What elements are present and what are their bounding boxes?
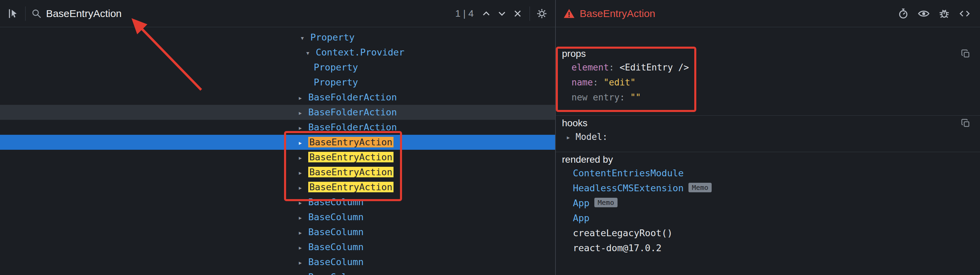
collapsed-arrow-icon[interactable]: ▸ bbox=[298, 150, 308, 165]
component-name[interactable]: Property bbox=[314, 77, 358, 87]
prop-value: <EditEntry /> bbox=[620, 62, 689, 73]
tree-row[interactable]: Property bbox=[0, 60, 555, 75]
tree-row[interactable]: ▸BaseEntryAction bbox=[0, 180, 555, 195]
tree-row[interactable]: ▸BaseColumn bbox=[0, 195, 555, 210]
prop-entry[interactable]: name: "edit" bbox=[556, 75, 980, 90]
collapsed-arrow-icon[interactable]: ▸ bbox=[298, 270, 308, 275]
component-name[interactable]: BaseColumn bbox=[308, 257, 364, 267]
search-input[interactable] bbox=[43, 8, 452, 19]
component-name[interactable]: BaseFolderAction bbox=[308, 122, 397, 133]
settings-button[interactable] bbox=[534, 6, 550, 21]
inspect-dom-button[interactable] bbox=[916, 6, 932, 21]
copy-icon bbox=[961, 118, 971, 128]
collapsed-arrow-icon[interactable]: ▸ bbox=[298, 90, 308, 106]
component-name[interactable]: BaseColumn bbox=[308, 242, 364, 252]
log-component-button[interactable] bbox=[936, 6, 952, 21]
component-name[interactable]: BaseEntryAction bbox=[308, 137, 393, 147]
owner-link[interactable]: App bbox=[573, 198, 590, 208]
search-icon bbox=[30, 6, 43, 21]
bug-icon bbox=[939, 8, 950, 19]
component-name[interactable]: BaseEntryAction bbox=[308, 167, 393, 177]
hooks-section-title: hooks bbox=[562, 117, 980, 129]
tree-row[interactable]: ▸BaseColumn bbox=[0, 240, 555, 254]
component-name[interactable]: BaseColumn bbox=[308, 272, 364, 275]
collapsed-arrow-icon[interactable]: ▸ bbox=[298, 255, 308, 270]
tree-row[interactable]: ▾Property bbox=[0, 30, 555, 45]
tree-row[interactable]: ▸BaseColumn bbox=[0, 254, 555, 270]
tree-row[interactable]: ▸BaseEntryAction bbox=[0, 150, 555, 165]
search-result-count: 1 | 4 bbox=[455, 8, 474, 19]
collapsed-arrow-icon[interactable]: ▸ bbox=[298, 195, 308, 210]
component-name[interactable]: Property bbox=[310, 32, 355, 43]
memo-badge: Memo bbox=[689, 183, 712, 192]
collapsed-arrow-icon[interactable]: ▸ bbox=[298, 165, 308, 180]
props-section: props element: <EditEntry />name: "edit"… bbox=[556, 27, 980, 116]
props-section-title: props bbox=[562, 47, 980, 60]
component-name[interactable]: BaseEntryAction bbox=[308, 182, 393, 192]
owner-link[interactable]: HeadlessCMSExtension bbox=[573, 183, 684, 193]
next-match-button[interactable] bbox=[494, 6, 510, 21]
prop-value: "" bbox=[630, 92, 641, 103]
collapsed-arrow-icon[interactable]: ▸ bbox=[566, 130, 576, 145]
view-source-button[interactable] bbox=[957, 6, 972, 21]
rendered-by-item: createLegacyRoot() bbox=[556, 226, 980, 241]
error-triangle-icon bbox=[563, 8, 575, 19]
component-name[interactable]: Property bbox=[314, 62, 358, 73]
collapsed-arrow-icon[interactable]: ▸ bbox=[298, 106, 308, 120]
collapsed-arrow-icon[interactable]: ▸ bbox=[298, 225, 308, 240]
component-name[interactable]: Context.Provider bbox=[316, 47, 404, 57]
tree-row[interactable]: ▸BaseEntryAction bbox=[0, 135, 555, 150]
clear-search-button[interactable] bbox=[510, 6, 525, 21]
prop-entry[interactable]: element: <EditEntry /> bbox=[556, 60, 980, 75]
copy-hooks-button[interactable] bbox=[959, 116, 972, 130]
copy-icon bbox=[961, 49, 971, 59]
component-name[interactable]: BaseFolderAction bbox=[308, 107, 397, 117]
tree-row[interactable]: ▸BaseColumn bbox=[0, 210, 555, 224]
tree-row[interactable]: ▾Context.Provider bbox=[0, 45, 555, 60]
component-name[interactable]: BaseFolderAction bbox=[308, 92, 397, 103]
prop-entry[interactable]: new entry: "" bbox=[556, 90, 980, 105]
hook-entry[interactable]: ▸Model: bbox=[556, 129, 980, 144]
colon: : bbox=[609, 62, 620, 73]
eye-icon bbox=[918, 8, 930, 20]
collapsed-arrow-icon[interactable]: ▸ bbox=[298, 120, 308, 136]
code-brackets-icon bbox=[959, 8, 971, 20]
collapsed-arrow-icon[interactable]: ▸ bbox=[298, 210, 308, 225]
details-header: BaseEntryAction bbox=[556, 0, 980, 27]
copy-props-button[interactable] bbox=[959, 47, 972, 60]
component-name[interactable]: BaseEntryAction bbox=[308, 152, 393, 162]
owner-link[interactable]: ContentEntriesModule bbox=[573, 168, 684, 179]
owner-text: createLegacyRoot() bbox=[573, 228, 673, 238]
collapsed-arrow-icon[interactable]: ▸ bbox=[298, 136, 308, 150]
prop-key: name bbox=[571, 77, 593, 87]
expanded-arrow-icon[interactable]: ▾ bbox=[300, 31, 310, 46]
tree-row[interactable]: ▸BaseFolderAction bbox=[0, 90, 555, 105]
component-name[interactable]: BaseColumn bbox=[308, 197, 364, 207]
suspense-toggle-button[interactable] bbox=[896, 6, 911, 21]
inspect-element-button[interactable] bbox=[5, 6, 21, 21]
component-tree[interactable]: ▾Property▾Context.ProviderPropertyProper… bbox=[0, 27, 555, 275]
tree-row[interactable]: ▸BaseColumn bbox=[0, 224, 555, 240]
collapsed-arrow-icon[interactable]: ▸ bbox=[298, 180, 308, 195]
tree-row[interactable]: ▸BaseEntryAction bbox=[0, 165, 555, 180]
component-name[interactable]: BaseColumn bbox=[308, 227, 364, 237]
tree-row[interactable]: ▸BaseColumn bbox=[0, 270, 555, 275]
collapsed-arrow-icon[interactable]: ▸ bbox=[298, 240, 308, 255]
tree-row[interactable]: ▸BaseFolderAction bbox=[0, 105, 555, 120]
rendered-by-item: HeadlessCMSExtensionMemo bbox=[556, 181, 980, 196]
component-details-panel: BaseEntryAction bbox=[556, 0, 980, 275]
chevron-down-icon bbox=[496, 8, 508, 19]
rendered-by-item: react-dom@17.0.2 bbox=[556, 241, 980, 256]
component-tree-panel: 1 | 4 bbox=[0, 0, 556, 275]
memo-badge: Memo bbox=[594, 198, 617, 207]
previous-match-button[interactable] bbox=[479, 6, 494, 21]
expanded-arrow-icon[interactable]: ▾ bbox=[305, 46, 316, 60]
tree-row[interactable]: ▸BaseFolderAction bbox=[0, 120, 555, 135]
gear-icon bbox=[536, 8, 547, 19]
rendered-by-list: ContentEntriesModuleHeadlessCMSExtension… bbox=[556, 166, 980, 256]
component-name[interactable]: BaseColumn bbox=[308, 212, 364, 222]
tree-row[interactable]: Property bbox=[0, 75, 555, 90]
owner-link[interactable]: App bbox=[573, 213, 590, 223]
rendered-by-section-title: rendered by bbox=[562, 153, 980, 166]
react-devtools-components-panel: 1 | 4 bbox=[0, 0, 980, 275]
